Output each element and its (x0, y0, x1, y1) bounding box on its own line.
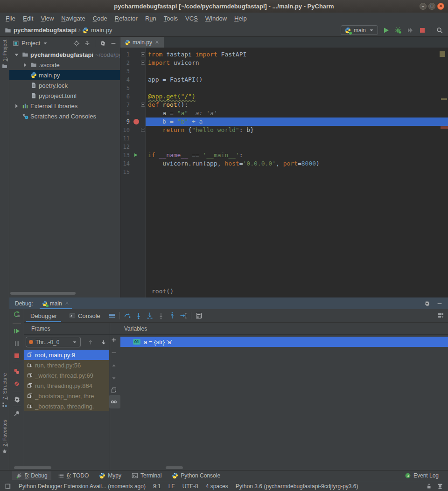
code-line-5[interactable]: 5 (120, 84, 448, 92)
fold-marker-icon[interactable] (141, 61, 145, 65)
code-line-9[interactable]: 9 b = "b" + a (120, 118, 448, 126)
code-line-13[interactable]: 13if __name__ == '__main__': (120, 151, 448, 159)
maximize-button[interactable]: □ (428, 3, 435, 10)
tab-debugger[interactable]: Debugger (26, 309, 61, 322)
glasses-icon[interactable] (111, 398, 117, 405)
force-step-into-icon[interactable] (157, 312, 165, 319)
tree-item-main-py[interactable]: main.py (9, 70, 120, 80)
resume-icon[interactable] (13, 327, 21, 335)
status-widget[interactable]: LF (168, 483, 175, 490)
rerun-icon[interactable] (13, 311, 21, 318)
fold-marker-icon[interactable] (141, 103, 145, 107)
code-line-4[interactable]: 4app = FastAPI() (120, 76, 448, 84)
gear-icon[interactable] (13, 396, 21, 403)
pin-icon[interactable] (13, 410, 21, 417)
fold-marker-icon[interactable] (141, 52, 145, 56)
menu-tools[interactable]: Tools (160, 14, 182, 23)
code-line-14[interactable]: 14 uvicorn.run(app, host='0.0.0.0', port… (120, 159, 448, 168)
run-icon[interactable] (382, 27, 390, 34)
code-line-8[interactable]: 8 a = "a" a: 'a' (120, 109, 448, 118)
hector-icon[interactable] (437, 483, 443, 490)
tool-stripe-structure[interactable]: 7: Structure (0, 373, 9, 408)
breakpoint-icon[interactable] (133, 119, 139, 124)
code-line-6[interactable]: 6@app.get("/") (120, 92, 448, 101)
menu-file[interactable]: File (2, 14, 19, 23)
menu-code[interactable]: Code (89, 14, 111, 23)
thread-selector[interactable]: Thr...-0_0 (26, 337, 81, 347)
status-widget[interactable]: 9:1 (153, 483, 161, 490)
mute-breakpoints-icon[interactable] (13, 380, 21, 387)
view-breakpoints-icon[interactable] (13, 368, 21, 375)
menu-view[interactable]: View (37, 14, 57, 23)
remove-icon[interactable] (111, 349, 117, 356)
search-icon[interactable] (436, 27, 443, 34)
collapse-icon[interactable] (84, 40, 91, 47)
tri-down-icon[interactable] (111, 375, 117, 381)
code-area[interactable]: root() 1from fastapi import FastAPI2impo… (120, 48, 448, 297)
locate-icon[interactable] (73, 40, 80, 47)
code-line-2[interactable]: 2import uvicorn (120, 59, 448, 67)
close-icon[interactable] (154, 40, 160, 45)
tri-up-icon[interactable] (111, 362, 117, 369)
hamburger-icon[interactable] (108, 312, 116, 319)
toolwindow-6-todo[interactable]: 6: TODO (54, 471, 93, 480)
code-line-15[interactable]: 15 (120, 168, 448, 176)
status-widget[interactable]: UTF-8 (182, 483, 198, 490)
code-line-3[interactable]: 3 (120, 67, 448, 76)
run-to-cursor-icon[interactable] (180, 312, 187, 319)
step-over-icon[interactable] (124, 312, 131, 319)
close-button[interactable]: ✕ (437, 3, 444, 10)
code-line-11[interactable]: 11 (120, 134, 448, 143)
project-panel-title[interactable]: Project (21, 40, 40, 47)
smart-step-into-icon[interactable] (146, 312, 154, 319)
layout-icon[interactable] (437, 312, 444, 319)
lock-icon[interactable] (426, 483, 432, 490)
debug-bug-icon[interactable] (394, 27, 402, 34)
breadcrumb-item-main.py[interactable]: main.py (82, 27, 112, 34)
frame-row[interactable]: _worker, thread.py:69 (24, 370, 109, 380)
variable-row[interactable]: 01a = {str} 'a' (120, 337, 448, 347)
frame-row[interactable]: run, threading.py:864 (24, 380, 109, 391)
next-frame-icon[interactable] (100, 339, 107, 346)
chevron-right-icon[interactable] (13, 103, 20, 109)
gear-icon[interactable] (99, 40, 106, 47)
tree-item-pyproject-toml[interactable]: pyproject.toml (9, 90, 120, 101)
status-message[interactable]: Python Debugger Extension Avail... (mome… (19, 483, 146, 490)
toolwindow-event-log[interactable]: 3Event Log (401, 471, 442, 480)
minus-icon[interactable] (110, 40, 117, 47)
chevron-right-icon[interactable] (21, 62, 28, 68)
run-line-icon[interactable] (133, 152, 138, 158)
status-widget[interactable]: Python 3.6 (pycharmdebugfastapi-9cdjtyrg… (236, 483, 358, 490)
editor-context-breadcrumb[interactable]: root() (152, 288, 174, 295)
stop-icon[interactable] (13, 352, 21, 360)
tool-stripe-project[interactable]: 1: Project (0, 40, 9, 69)
tab-console[interactable]: Console (65, 309, 105, 322)
run-configuration-select[interactable]: main (341, 25, 378, 35)
code-line-10[interactable]: 10 return {"hello world": b} (120, 126, 448, 134)
breadcrumb-item-pycharmdebugfastapi[interactable]: pycharmdebugfastapi (5, 27, 77, 34)
step-out-icon[interactable] (168, 312, 176, 319)
horizontal-scrollbar[interactable] (14, 466, 51, 469)
minimize-button[interactable]: – (420, 3, 427, 10)
menu-navigate[interactable]: Navigate (57, 14, 89, 23)
menu-edit[interactable]: Edit (19, 14, 37, 23)
frame-row[interactable]: _bootstrap, threading. (24, 401, 109, 411)
tool-stripe-favorites[interactable]: 2: Favorites (0, 420, 9, 454)
pause-icon[interactable] (13, 340, 21, 347)
tree-item-external-libraries[interactable]: External Libraries (9, 101, 120, 111)
gear-icon[interactable] (424, 300, 430, 307)
frame-row[interactable]: root, main.py:9 (24, 350, 109, 360)
tree-item-scratches-and-consoles[interactable]: Scratches and Consoles (9, 111, 120, 121)
toolwindow-terminal[interactable]: Terminal (128, 471, 165, 480)
tree-item-pycharmdebugfastapi[interactable]: pycharmdebugfastapi ~/code/pycharmdebugf… (9, 49, 120, 60)
debug-session-tab[interactable]: main (40, 297, 72, 309)
menu-vcs[interactable]: VCS (182, 14, 202, 23)
fold-marker-icon[interactable] (141, 128, 145, 132)
code-line-1[interactable]: 1from fastapi import FastAPI (120, 50, 448, 59)
evaluate-icon[interactable] (195, 312, 203, 319)
close-icon[interactable] (64, 301, 70, 306)
code-line-12[interactable]: 12 (120, 143, 448, 151)
menu-help[interactable]: Help (231, 14, 251, 23)
toggle-toolwindows-icon[interactable] (5, 483, 11, 490)
status-widget[interactable]: 4 spaces (206, 483, 228, 490)
